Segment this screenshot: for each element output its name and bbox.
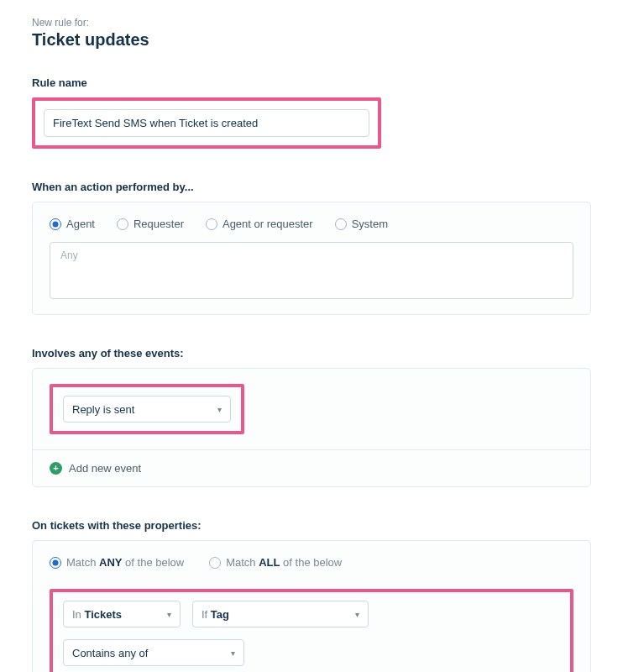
condition-if-select[interactable]: If Tag ▾ [192, 601, 369, 627]
radio-icon [209, 557, 221, 569]
rule-name-highlight [32, 97, 381, 149]
condition-in-select[interactable]: In Tickets ▾ [63, 601, 181, 627]
performed-by-panel: Agent Requester Agent or requester Syste… [32, 202, 591, 315]
performed-by-radio-group: Agent Requester Agent or requester Syste… [50, 218, 573, 230]
radio-icon [117, 218, 128, 230]
chevron-down-icon: ▾ [355, 610, 359, 619]
chevron-down-icon: ▾ [217, 405, 222, 414]
radio-icon [335, 218, 347, 230]
page-title: Ticket updates [32, 30, 591, 50]
radio-icon [50, 218, 61, 230]
radio-label: Requester [134, 218, 184, 230]
radio-match-any[interactable]: Match ANY of the below [50, 556, 184, 569]
condition-operator-select[interactable]: Contains any of ▾ [63, 639, 244, 666]
chevron-down-icon: ▾ [167, 610, 171, 619]
conditions-panel: Match ANY of the below Match ALL of the … [32, 540, 591, 672]
radio-match-all[interactable]: Match ALL of the below [209, 556, 342, 569]
conditions-label: On tickets with these properties: [32, 519, 591, 532]
events-panel: Reply is sent ▾ + Add new event [32, 368, 591, 487]
add-event-label: Add new event [69, 462, 141, 475]
radio-label: Agent [66, 218, 95, 230]
condition-if-value: If Tag [202, 608, 229, 621]
rule-name-label: Rule name [32, 76, 591, 89]
radio-agent-or-requester[interactable]: Agent or requester [206, 218, 313, 230]
performed-by-label: When an action performed by... [32, 181, 591, 193]
agent-any-input[interactable]: Any [50, 242, 573, 299]
radio-agent[interactable]: Agent [50, 218, 95, 230]
event-highlight: Reply is sent ▾ [50, 384, 244, 434]
plus-icon: + [50, 462, 62, 475]
condition-operator-value: Contains any of [72, 647, 148, 659]
rule-name-input[interactable] [44, 109, 369, 137]
chevron-down-icon: ▾ [231, 648, 235, 658]
radio-requester[interactable]: Requester [117, 218, 184, 230]
events-label: Involves any of these events: [32, 347, 591, 360]
radio-icon [206, 218, 217, 230]
radio-system[interactable]: System [335, 218, 388, 230]
match-any-label: Match ANY of the below [66, 556, 184, 569]
page-supertitle: New rule for: [32, 17, 591, 29]
event-select-value: Reply is sent [72, 403, 134, 416]
condition-highlight: In Tickets ▾ If Tag ▾ Contains any of ▾ [50, 589, 573, 672]
event-select[interactable]: Reply is sent ▾ [63, 396, 231, 423]
radio-icon [50, 557, 61, 569]
radio-label: System [352, 218, 388, 230]
any-placeholder: Any [60, 249, 78, 261]
add-new-event-button[interactable]: + Add new event [33, 449, 590, 486]
condition-in-value: In Tickets [72, 608, 122, 621]
match-radio-group: Match ANY of the below Match ALL of the … [50, 556, 573, 574]
match-all-label: Match ALL of the below [226, 556, 342, 569]
radio-label: Agent or requester [222, 218, 313, 230]
